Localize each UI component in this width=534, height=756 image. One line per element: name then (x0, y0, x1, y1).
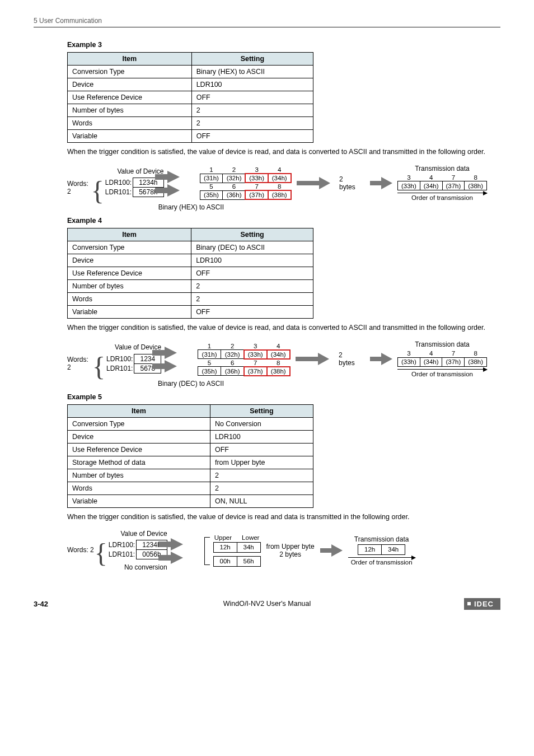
arrow-icon (297, 169, 329, 197)
order-label: Order of transmission (411, 194, 473, 201)
example4-title: Example 4 (67, 217, 500, 225)
table-row: Use Reference DeviceOFF (68, 91, 313, 104)
brace-icon: { (95, 542, 107, 564)
table-row: Words2 (68, 293, 313, 306)
th-setting: Setting (191, 228, 313, 241)
trans-grid: 3 4 7 8 (33h) (34h) (37h) (38h) (397, 349, 487, 367)
order-label: Order of transmission (411, 371, 473, 377)
manual-title: WindO/I-NV2 User's Manual (223, 600, 311, 608)
example3-table: Item Setting Conversion TypeBinary (HEX)… (67, 52, 313, 143)
table-row: Use Reference DeviceOFF (68, 443, 313, 456)
trans-label: Transmission data (415, 165, 470, 172)
table-row: Conversion TypeBinary (HEX) to ASCII (68, 66, 313, 78)
table-row: Storage Method of datafrom Upper byte (68, 456, 313, 469)
conv-label: No conversion (124, 563, 167, 571)
brace-icon: { (91, 180, 104, 202)
example3-para: When the trigger condition is satisfied,… (67, 147, 500, 157)
arrow-icon (348, 557, 415, 558)
bytes-label: 2 bytes (339, 351, 360, 367)
example4-table: Item Setting Conversion TypeBinary (DEC)… (67, 228, 313, 319)
example3-title: Example 3 (67, 41, 500, 49)
arrow-icon (370, 345, 392, 373)
arrow-icon (397, 193, 487, 193)
chapter-header: 5 User Communication (34, 17, 500, 27)
conv-label: Binary (DEC) to ASCII (67, 380, 224, 388)
bytes-label: 2 bytes (339, 175, 360, 191)
arrow-icon (397, 369, 487, 370)
table-row: Number of bytes2 (68, 469, 313, 482)
ascii-grid: 1 2 3 4 (31h) (32h) (33h) (34h) 5 6 (198, 342, 290, 376)
page-number: 3-42 (34, 600, 48, 608)
bracket-icon (204, 537, 210, 564)
th-item: Item (68, 53, 192, 66)
table-row: VariableON, NULL (68, 494, 313, 507)
example5-table: Item Setting Conversion TypeNo Conversio… (67, 404, 313, 508)
arrow-icon (370, 169, 392, 197)
example4-para: When the trigger condition is satisfied,… (67, 323, 500, 333)
table-row: Words2 (68, 117, 313, 130)
byte-grid: 00h56h (213, 556, 261, 567)
from-label: from Upper byte (266, 543, 315, 550)
table-row: Use Reference DeviceOFF (68, 267, 313, 280)
arrow-icon (320, 539, 343, 562)
example4-diagram: Value of Device Words: 2 { LDR100:1234 L… (67, 340, 487, 388)
table-row: DeviceLDR100 (68, 430, 313, 443)
table-row: DeviceLDR100 (68, 254, 313, 267)
vod-label: Value of Device (120, 530, 167, 538)
conv-label: Binary (HEX) to ASCII (67, 203, 224, 211)
th-item: Item (68, 228, 191, 241)
th-item: Item (68, 404, 210, 417)
trans-grid: 12h34h (358, 544, 405, 555)
trans-label: Transmission data (354, 535, 409, 543)
byte-grid: 12h34h (213, 542, 261, 553)
table-row: VariableOFF (68, 306, 313, 319)
arrow-icon (167, 170, 196, 197)
example3-diagram: Value of Device Words: 2 { LDR100:1234h … (67, 165, 487, 212)
table-row: VariableOFF (68, 130, 313, 143)
table-row: Conversion TypeBinary (DEC) to ASCII (68, 241, 313, 254)
ascii-grid: 1 2 3 4 (31h) (32h) (33h) (34h) 5 6 (200, 166, 291, 200)
th-setting: Setting (210, 404, 313, 417)
arrow-icon (165, 346, 194, 372)
lower-label: Lower (242, 534, 259, 541)
table-row: Words2 (68, 482, 313, 494)
example5-para: When the trigger condition is satisfied,… (67, 512, 500, 522)
words-label: Words: 2 (67, 546, 95, 554)
upper-label: Upper (214, 534, 232, 541)
example5-title: Example 5 (67, 393, 500, 401)
order-label: Order of transmission (351, 559, 413, 566)
trans-label: Transmission data (415, 340, 470, 348)
brace-icon: { (92, 356, 105, 378)
table-row: DeviceLDR100 (68, 78, 313, 91)
trans-grid: 3 4 7 8 (33h) (34h) (37h) (38h) (397, 174, 487, 191)
th-setting: Setting (191, 53, 313, 66)
arrow-icon (171, 537, 201, 564)
bytes-label: 2 bytes (279, 550, 301, 558)
table-row: Number of bytes2 (68, 280, 313, 293)
brand-logo: IDEC (464, 598, 500, 610)
table-row: Number of bytes2 (68, 104, 313, 117)
words-label: Words: 2 (67, 180, 91, 195)
table-row: Conversion TypeNo Conversion (68, 417, 313, 430)
arrow-icon (296, 345, 329, 373)
example5-diagram: Value of Device Words: 2 { LDR100:1234h … (67, 530, 487, 571)
words-label: Words: 2 (67, 356, 92, 371)
